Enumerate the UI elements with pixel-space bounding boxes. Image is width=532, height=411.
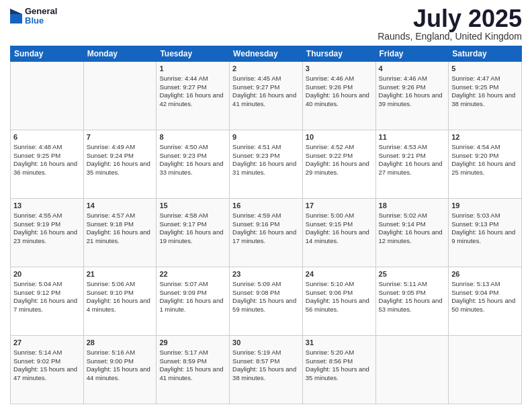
day-info: Sunrise: 5:17 AM Sunset: 8:59 PM Dayligh… <box>159 349 226 383</box>
day-number: 12 <box>451 132 519 142</box>
logo-icon <box>10 9 22 24</box>
day-number: 28 <box>87 338 154 348</box>
logo-general-text: General <box>25 7 57 16</box>
day-number: 21 <box>87 269 154 279</box>
day-info: Sunrise: 4:57 AM Sunset: 9:18 PM Dayligh… <box>87 212 154 246</box>
day-header-thursday: Thursday <box>302 46 375 62</box>
day-info: Sunrise: 4:47 AM Sunset: 9:25 PM Dayligh… <box>451 75 519 109</box>
day-info: Sunrise: 5:07 AM Sunset: 9:09 PM Dayligh… <box>159 280 226 314</box>
day-header-friday: Friday <box>375 46 449 62</box>
day-number: 11 <box>379 132 446 142</box>
day-info: Sunrise: 5:02 AM Sunset: 9:14 PM Dayligh… <box>379 212 446 246</box>
day-header-tuesday: Tuesday <box>157 46 230 62</box>
day-number: 20 <box>13 269 81 279</box>
calendar-cell: 2Sunrise: 4:45 AM Sunset: 9:27 PM Daylig… <box>230 62 303 130</box>
calendar-cell: 13Sunrise: 4:55 AM Sunset: 9:19 PM Dayli… <box>11 199 84 267</box>
calendar-cell: 30Sunrise: 5:19 AM Sunset: 8:57 PM Dayli… <box>230 336 303 404</box>
calendar-cell: 27Sunrise: 5:14 AM Sunset: 9:02 PM Dayli… <box>11 336 84 404</box>
calendar-cell: 11Sunrise: 4:53 AM Sunset: 9:21 PM Dayli… <box>375 130 449 199</box>
day-info: Sunrise: 4:44 AM Sunset: 9:27 PM Dayligh… <box>159 75 226 109</box>
day-number: 25 <box>379 269 446 279</box>
day-number: 8 <box>159 132 226 142</box>
calendar-cell <box>449 336 522 404</box>
day-number: 24 <box>306 269 373 279</box>
month-title: July 2025 <box>378 7 522 31</box>
calendar-cell: 24Sunrise: 5:10 AM Sunset: 9:06 PM Dayli… <box>302 267 375 336</box>
day-info: Sunrise: 4:51 AM Sunset: 9:23 PM Dayligh… <box>232 143 300 177</box>
day-number: 31 <box>306 338 373 348</box>
calendar-cell: 22Sunrise: 5:07 AM Sunset: 9:09 PM Dayli… <box>157 267 230 336</box>
day-number: 9 <box>232 132 300 142</box>
calendar-cell: 10Sunrise: 4:52 AM Sunset: 9:22 PM Dayli… <box>302 130 375 199</box>
day-info: Sunrise: 5:19 AM Sunset: 8:57 PM Dayligh… <box>232 349 300 383</box>
day-number: 10 <box>306 132 373 142</box>
day-number: 4 <box>379 64 446 74</box>
location: Raunds, England, United Kingdom <box>378 31 522 42</box>
calendar-cell: 29Sunrise: 5:17 AM Sunset: 8:59 PM Dayli… <box>157 336 230 404</box>
day-info: Sunrise: 5:00 AM Sunset: 9:15 PM Dayligh… <box>306 212 373 246</box>
day-info: Sunrise: 5:03 AM Sunset: 9:13 PM Dayligh… <box>451 212 519 246</box>
day-number: 29 <box>159 338 226 348</box>
title-block: July 2025 Raunds, England, United Kingdo… <box>378 7 522 42</box>
logo: General Blue <box>10 7 57 26</box>
day-number: 7 <box>87 132 154 142</box>
day-info: Sunrise: 4:49 AM Sunset: 9:24 PM Dayligh… <box>87 143 154 177</box>
day-number: 16 <box>232 201 300 211</box>
calendar-cell: 17Sunrise: 5:00 AM Sunset: 9:15 PM Dayli… <box>302 199 375 267</box>
day-info: Sunrise: 5:16 AM Sunset: 9:00 PM Dayligh… <box>87 349 154 383</box>
day-number: 14 <box>87 201 154 211</box>
week-row-5: 27Sunrise: 5:14 AM Sunset: 9:02 PM Dayli… <box>11 336 522 404</box>
day-number: 3 <box>306 64 373 74</box>
day-info: Sunrise: 5:09 AM Sunset: 9:08 PM Dayligh… <box>232 280 300 314</box>
calendar-cell: 28Sunrise: 5:16 AM Sunset: 9:00 PM Dayli… <box>83 336 157 404</box>
day-number: 22 <box>159 269 226 279</box>
day-info: Sunrise: 4:46 AM Sunset: 9:26 PM Dayligh… <box>306 75 373 109</box>
day-header-monday: Monday <box>83 46 157 62</box>
calendar-cell: 8Sunrise: 4:50 AM Sunset: 9:23 PM Daylig… <box>157 130 230 199</box>
calendar-cell <box>375 336 449 404</box>
day-header-saturday: Saturday <box>449 46 522 62</box>
day-info: Sunrise: 5:06 AM Sunset: 9:10 PM Dayligh… <box>87 280 154 314</box>
day-info: Sunrise: 4:52 AM Sunset: 9:22 PM Dayligh… <box>306 143 373 177</box>
day-info: Sunrise: 5:11 AM Sunset: 9:05 PM Dayligh… <box>379 280 446 314</box>
calendar-cell: 23Sunrise: 5:09 AM Sunset: 9:08 PM Dayli… <box>230 267 303 336</box>
calendar-cell: 21Sunrise: 5:06 AM Sunset: 9:10 PM Dayli… <box>83 267 157 336</box>
calendar-cell: 5Sunrise: 4:47 AM Sunset: 9:25 PM Daylig… <box>449 62 522 130</box>
day-number: 30 <box>232 338 300 348</box>
day-info: Sunrise: 5:14 AM Sunset: 9:02 PM Dayligh… <box>13 349 81 383</box>
day-info: Sunrise: 5:04 AM Sunset: 9:12 PM Dayligh… <box>13 280 81 314</box>
calendar-cell: 9Sunrise: 4:51 AM Sunset: 9:23 PM Daylig… <box>230 130 303 199</box>
calendar-cell: 25Sunrise: 5:11 AM Sunset: 9:05 PM Dayli… <box>375 267 449 336</box>
day-number: 26 <box>451 269 519 279</box>
calendar-cell: 19Sunrise: 5:03 AM Sunset: 9:13 PM Dayli… <box>449 199 522 267</box>
day-info: Sunrise: 5:13 AM Sunset: 9:04 PM Dayligh… <box>451 280 519 314</box>
day-info: Sunrise: 4:46 AM Sunset: 9:26 PM Dayligh… <box>379 75 446 109</box>
calendar-cell: 3Sunrise: 4:46 AM Sunset: 9:26 PM Daylig… <box>302 62 375 130</box>
calendar-header-row: SundayMondayTuesdayWednesdayThursdayFrid… <box>11 46 522 62</box>
day-number: 5 <box>451 64 519 74</box>
calendar-cell: 26Sunrise: 5:13 AM Sunset: 9:04 PM Dayli… <box>449 267 522 336</box>
calendar-cell: 18Sunrise: 5:02 AM Sunset: 9:14 PM Dayli… <box>375 199 449 267</box>
day-info: Sunrise: 4:53 AM Sunset: 9:21 PM Dayligh… <box>379 143 446 177</box>
calendar-cell: 14Sunrise: 4:57 AM Sunset: 9:18 PM Dayli… <box>83 199 157 267</box>
day-number: 13 <box>13 201 81 211</box>
day-number: 17 <box>306 201 373 211</box>
day-number: 23 <box>232 269 300 279</box>
day-number: 27 <box>13 338 81 348</box>
calendar-cell: 1Sunrise: 4:44 AM Sunset: 9:27 PM Daylig… <box>157 62 230 130</box>
week-row-2: 6Sunrise: 4:48 AM Sunset: 9:25 PM Daylig… <box>11 130 522 199</box>
day-info: Sunrise: 5:20 AM Sunset: 8:56 PM Dayligh… <box>306 349 373 383</box>
day-number: 15 <box>159 201 226 211</box>
day-number: 1 <box>159 64 226 74</box>
day-header-sunday: Sunday <box>11 46 84 62</box>
calendar-cell <box>83 62 157 130</box>
calendar-cell: 7Sunrise: 4:49 AM Sunset: 9:24 PM Daylig… <box>83 130 157 199</box>
svg-marker-1 <box>10 9 22 14</box>
calendar-cell: 16Sunrise: 4:59 AM Sunset: 9:16 PM Dayli… <box>230 199 303 267</box>
day-number: 6 <box>13 132 81 142</box>
day-info: Sunrise: 5:10 AM Sunset: 9:06 PM Dayligh… <box>306 280 373 314</box>
day-info: Sunrise: 4:54 AM Sunset: 9:20 PM Dayligh… <box>451 143 519 177</box>
calendar-cell: 15Sunrise: 4:58 AM Sunset: 9:17 PM Dayli… <box>157 199 230 267</box>
calendar-table: SundayMondayTuesdayWednesdayThursdayFrid… <box>10 46 522 404</box>
logo-text: General Blue <box>25 7 57 26</box>
